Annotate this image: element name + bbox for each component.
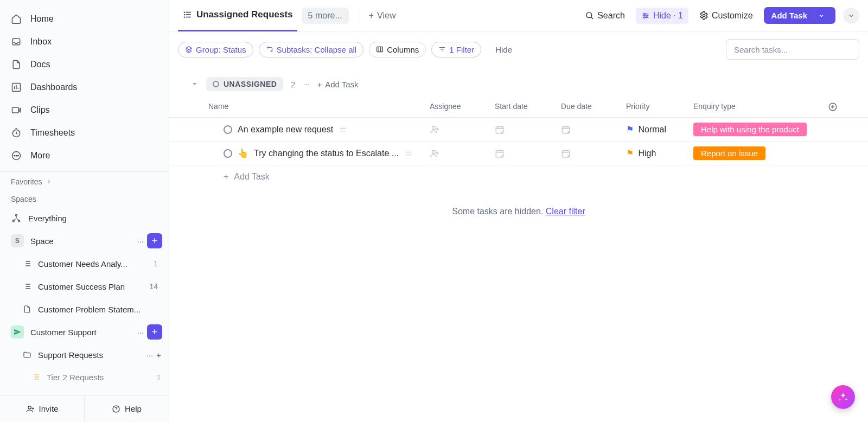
subtask-toggle-icon[interactable] <box>404 149 413 158</box>
nav-home[interactable]: Home <box>0 8 169 30</box>
list-icon <box>22 258 33 269</box>
collapse-group-icon[interactable] <box>191 80 199 88</box>
nav-inbox[interactable]: Inbox <box>0 30 169 53</box>
clips-icon <box>11 105 22 116</box>
svg-point-21 <box>432 126 436 130</box>
add-to-support-button[interactable]: + <box>147 324 162 340</box>
group-add-task[interactable]: + Add Task <box>317 80 358 89</box>
svg-rect-19 <box>377 47 383 52</box>
nav-more[interactable]: More <box>0 144 169 167</box>
plus-icon[interactable]: + <box>156 350 161 360</box>
status-pill[interactable]: UNASSIGNED <box>206 77 283 91</box>
group-chip[interactable]: Group: Status <box>178 42 253 57</box>
enquiry-tag: Help with using the product <box>693 123 807 136</box>
task-row[interactable]: An example new request ⚑ Normal Help wit… <box>169 118 868 142</box>
svg-point-7 <box>16 214 17 216</box>
customize-label: Customize <box>712 11 753 21</box>
task-row[interactable]: 👆 Try changing the status to Escalate ..… <box>169 142 868 165</box>
search-icon <box>585 11 594 20</box>
list-label: Customer Success Plan <box>38 282 125 291</box>
columns-chip[interactable]: Columns <box>369 42 426 57</box>
status-circle-icon[interactable] <box>224 125 232 134</box>
nav-clips[interactable]: Clips <box>0 99 169 122</box>
start-date-cell[interactable] <box>495 125 561 135</box>
nav-timesheets[interactable]: Timesheets <box>0 122 169 144</box>
nav-dashboards[interactable]: Dashboards <box>0 76 169 99</box>
status-label: UNASSIGNED <box>224 80 277 88</box>
ai-fab-button[interactable] <box>831 385 855 409</box>
status-dot-icon <box>213 81 219 87</box>
svg-point-17 <box>267 47 268 48</box>
svg-point-12 <box>586 12 592 18</box>
col-start-date[interactable]: Start date <box>495 102 561 112</box>
due-date-cell[interactable] <box>561 149 626 158</box>
ellipsis-icon[interactable]: ··· <box>146 350 154 360</box>
ellipsis-icon[interactable]: ··· <box>137 328 144 337</box>
list-customer-needs[interactable]: Customer Needs Analy... 1 <box>0 252 169 275</box>
invite-label: Invite <box>39 404 59 413</box>
search-button[interactable]: Search <box>582 9 628 23</box>
add-to-space-button[interactable]: + <box>147 233 162 248</box>
subtasks-icon <box>266 46 273 53</box>
add-view-button[interactable]: + View <box>369 11 396 21</box>
add-task-label: Add Task <box>771 11 807 20</box>
spaces-section[interactable]: Spaces <box>0 189 169 207</box>
clear-filter-link[interactable]: Clear filter <box>546 207 585 216</box>
group-more-icon[interactable]: ··· <box>303 80 310 88</box>
list-tier2-requests[interactable]: Tier 2 Requests 1 <box>0 366 169 388</box>
tab-unassigned-requests[interactable]: Unassigned Requests <box>178 0 297 31</box>
search-tasks-input[interactable]: Search tasks... <box>726 39 859 60</box>
assignee-cell[interactable] <box>430 125 495 135</box>
sidebar-everything[interactable]: Everything <box>0 207 169 229</box>
nav-docs[interactable]: Docs <box>0 53 169 76</box>
priority-cell[interactable]: ⚑ High <box>626 148 693 158</box>
due-date-cell[interactable] <box>561 125 626 135</box>
col-enquiry[interactable]: Enquiry type <box>693 102 828 112</box>
col-priority[interactable]: Priority <box>626 102 693 112</box>
flag-icon: ⚑ <box>626 149 634 158</box>
folder-support-requests[interactable]: Support Requests ··· + <box>0 343 169 366</box>
assignee-cell[interactable] <box>430 149 495 158</box>
enquiry-cell[interactable]: Report an issue <box>693 146 828 160</box>
filter-icon <box>438 46 446 53</box>
sidebar-customer-support[interactable]: Customer Support ··· + <box>0 321 169 343</box>
col-name[interactable]: Name <box>191 102 430 112</box>
list-count: 1 <box>154 259 161 268</box>
sidebar-footer: Invite Help <box>0 395 169 422</box>
tabs-more[interactable]: 5 more... <box>302 8 349 24</box>
search-label: Search <box>597 11 625 21</box>
hide-toggle[interactable]: Hide <box>495 45 512 54</box>
col-assignee[interactable]: Assignee <box>430 102 495 112</box>
col-due-date[interactable]: Due date <box>561 102 626 112</box>
favorites-section[interactable]: Favorites <box>0 172 169 189</box>
enquiry-cell[interactable]: Help with using the product <box>693 123 828 136</box>
group-header: UNASSIGNED 2 ··· + Add Task <box>169 67 868 97</box>
favorites-label: Favorites <box>11 177 42 186</box>
folder-icon <box>22 349 33 360</box>
list-customer-problem[interactable]: Customer Problem Statem... <box>0 298 169 321</box>
list-customer-success[interactable]: Customer Success Plan 14 <box>0 275 169 298</box>
priority-cell[interactable]: ⚑ Normal <box>626 124 693 135</box>
help-button[interactable]: Help <box>85 395 169 422</box>
flag-icon: ⚑ <box>626 125 634 134</box>
subtasks-chip[interactable]: Subtasks: Collapse all <box>259 42 364 57</box>
subtask-toggle-icon[interactable] <box>339 125 347 134</box>
add-task-row[interactable]: + Add Task <box>169 165 868 188</box>
customize-button[interactable]: Customize <box>696 9 756 23</box>
add-task-button[interactable]: Add Task <box>764 7 835 24</box>
ellipsis-icon[interactable]: ··· <box>137 236 144 246</box>
sidebar-space[interactable]: S Space ··· + <box>0 229 169 252</box>
invite-button[interactable]: Invite <box>0 395 85 422</box>
list-count: 1 <box>157 373 161 382</box>
hide-button[interactable]: Hide · 1 <box>636 8 688 24</box>
list-label: Tier 2 Requests <box>47 373 104 382</box>
list-label: Customer Needs Analy... <box>38 259 127 268</box>
filter-chip[interactable]: 1 Filter <box>431 42 481 57</box>
svg-point-24 <box>432 150 436 154</box>
add-column-button[interactable] <box>828 102 845 112</box>
collapse-panel-button[interactable] <box>843 8 859 24</box>
status-circle-icon[interactable] <box>224 149 232 158</box>
chevron-down-icon[interactable] <box>814 12 828 19</box>
inbox-icon <box>11 36 22 47</box>
start-date-cell[interactable] <box>495 149 561 158</box>
